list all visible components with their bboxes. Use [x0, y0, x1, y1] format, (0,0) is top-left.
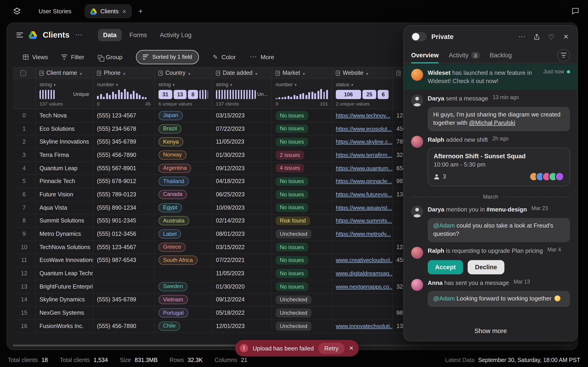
cell-phone[interactable]: (555) 345-6789	[93, 293, 155, 306]
cell-phone[interactable]: (555) 789-0123	[93, 188, 155, 201]
table-row[interactable]: 0 Tech Nova (555) 123-4567 Japan 03/15/2…	[13, 109, 466, 122]
message-bubble[interactable]: Hi guys, I'm just sharing the diagram we…	[428, 107, 570, 131]
chevron-down-icon[interactable]	[80, 69, 82, 77]
tab-backlog[interactable]: Backlog	[490, 48, 512, 63]
toast-close-icon[interactable]	[349, 344, 354, 352]
cell-market[interactable]: Unchecked	[272, 227, 332, 240]
cell-country[interactable]: Japan	[155, 109, 212, 122]
cell-date-added[interactable]: 08/01/2023	[212, 227, 272, 240]
cell-country[interactable]: Egypt	[155, 201, 212, 214]
market-status-chip[interactable]: No issues	[276, 243, 308, 252]
request-item[interactable]: Ralph is requesting to upgrade Plan pric…	[404, 242, 578, 274]
cell-phone[interactable]	[93, 267, 155, 280]
country-pill[interactable]: Kenya	[158, 137, 183, 146]
color-button[interactable]: Color	[213, 53, 236, 60]
close-tab-icon[interactable]	[122, 7, 127, 15]
cell-market[interactable]: No issues	[272, 122, 332, 135]
website-link[interactable]: https://www.technov...	[336, 112, 390, 119]
tab-activity-log[interactable]: Activity Log	[155, 29, 197, 41]
cell-market[interactable]: Unchecked	[272, 320, 332, 332]
panel-filter-button[interactable]	[557, 49, 570, 62]
cell-phone[interactable]	[93, 307, 155, 319]
country-pill[interactable]: Argentina	[158, 164, 191, 173]
cell-market[interactable]: No issues	[272, 267, 332, 280]
cell-website[interactable]: www.digitaldreamsag...	[332, 267, 393, 280]
cell-website[interactable]: https://www.skyline.c...	[332, 135, 393, 148]
column-type-selector[interactable]: string	[40, 82, 89, 87]
cell-country[interactable]: Norway	[155, 149, 212, 161]
cell-country[interactable]: Portugal	[155, 307, 212, 319]
cell-country[interactable]: Kenya	[155, 135, 212, 148]
cell-date-added[interactable]: 04/18/2023	[212, 175, 272, 188]
cell-market[interactable]: No issues	[272, 201, 332, 214]
column-header-market[interactable]: Market	[272, 67, 332, 78]
country-pill[interactable]: Portugal	[158, 308, 188, 317]
cell-date-added[interactable]: 07/22/2021	[212, 254, 272, 267]
tab-forms[interactable]: Forms	[124, 29, 152, 41]
table-row[interactable]: 4 Quantum Leap (555) 567-8901 Argentina …	[13, 162, 466, 175]
market-status-chip[interactable]: Unchecked	[276, 309, 311, 317]
cell-country[interactable]: Vietnam	[155, 293, 212, 306]
cell-country[interactable]: Australia	[155, 215, 212, 227]
market-status-chip[interactable]: Unchecked	[276, 295, 311, 304]
cell-client-name[interactable]: BrightFuture Enterpris...	[36, 280, 93, 293]
cell-country[interactable]: Sweden	[155, 280, 212, 293]
cell-date-added[interactable]: 09/12/2024	[212, 293, 272, 306]
retry-button[interactable]: Retry	[318, 342, 345, 354]
website-link[interactable]: https://www.pinnacle...	[336, 178, 392, 185]
website-link[interactable]: www.creativecloudsol...	[336, 257, 393, 264]
cell-date-added[interactable]: 11/05/2023	[212, 135, 272, 148]
message-item[interactable]: Anna has sent you a message Mar 13 @Adam…	[404, 274, 578, 307]
cell-country[interactable]: Greece	[155, 241, 212, 253]
website-link[interactable]: https://www.futurevis...	[336, 191, 392, 198]
cell-client-name[interactable]: Skyline Dynamics	[36, 293, 93, 306]
cell-date-added[interactable]: 09/12/2023	[212, 162, 272, 175]
column-type-selector[interactable]: string	[158, 82, 208, 87]
table-row[interactable]: 9 Metro Dynamics (555) 012-3456 Label 08…	[13, 227, 466, 241]
shift-card[interactable]: Afternoon Shift - Sunset Squad 10:00 am …	[428, 148, 570, 186]
cell-country[interactable]: Chile	[155, 320, 212, 332]
market-status-chip[interactable]: No issues	[276, 282, 308, 291]
views-button[interactable]: Views	[23, 53, 48, 60]
cell-country[interactable]: Canada	[155, 188, 212, 201]
cell-date-added[interactable]: 12/01/2023	[212, 320, 272, 332]
chevron-down-icon[interactable]	[123, 69, 125, 77]
cell-phone[interactable]: (555) 890-1234	[93, 201, 155, 214]
website-link[interactable]: https://www.quantum...	[336, 165, 393, 171]
cell-country[interactable]: Label	[155, 227, 212, 240]
favorite-icon[interactable]	[547, 33, 555, 41]
cell-phone[interactable]: (555) 678-9012	[93, 175, 155, 188]
market-status-chip[interactable]: No issues	[276, 190, 308, 199]
cell-client-name[interactable]: Eco Solutions	[36, 122, 93, 135]
checkbox-icon[interactable]	[20, 70, 26, 76]
country-pill[interactable]: South Africa	[158, 256, 197, 265]
new-tab-icon[interactable]	[138, 7, 143, 15]
website-link[interactable]: https://www.ecosolut...	[336, 125, 392, 132]
website-link[interactable]: www.innovatechsoluti...	[336, 323, 393, 329]
cell-website[interactable]: https://www.summits...	[332, 215, 393, 227]
more-button[interactable]: More	[250, 53, 274, 60]
table-row[interactable]: 13 BrightFuture Enterpris... Sweden 01/3…	[13, 280, 466, 293]
cell-website[interactable]: https://www.technov...	[332, 109, 393, 122]
chevron-down-icon[interactable]	[303, 69, 305, 77]
cell-website[interactable]: www.nextgenapps.co...	[332, 280, 393, 293]
cell-market[interactable]: No issues	[272, 254, 332, 267]
cell-date-added[interactable]: 02/14/2023	[212, 215, 272, 227]
column-header-date-added[interactable]: Date added	[212, 67, 272, 78]
table-row[interactable]: 10 TechNova Solutions (555) 123-4567 Gre…	[13, 241, 466, 254]
cell-phone[interactable]: (555) 567-8901	[93, 162, 155, 175]
cell-market[interactable]: No issues	[272, 175, 332, 188]
market-status-chip[interactable]: Risk found	[276, 216, 310, 225]
cell-client-name[interactable]: Aqua Vista	[36, 201, 93, 214]
cell-client-name[interactable]: Metro Dynamics	[36, 227, 93, 240]
column-type-selector[interactable]: number	[276, 82, 328, 87]
cell-market[interactable]: 2 issues	[272, 149, 332, 161]
website-link[interactable]: https://www.summits...	[336, 218, 392, 224]
user-mention[interactable]: @Adam	[433, 222, 455, 229]
shift-item[interactable]: Ralph added new shift 2h ago Afternoon S…	[404, 131, 578, 186]
privacy-toggle[interactable]	[411, 32, 427, 41]
message-bubble[interactable]: @Adam Looking forward to working togethe…	[428, 291, 570, 307]
cell-country[interactable]: Argentina	[155, 162, 212, 175]
table-row[interactable]: 8 Summit Solutions (555) 901-2345 Austra…	[13, 215, 466, 227]
cell-phone[interactable]: (555) 234-5678	[93, 122, 155, 135]
